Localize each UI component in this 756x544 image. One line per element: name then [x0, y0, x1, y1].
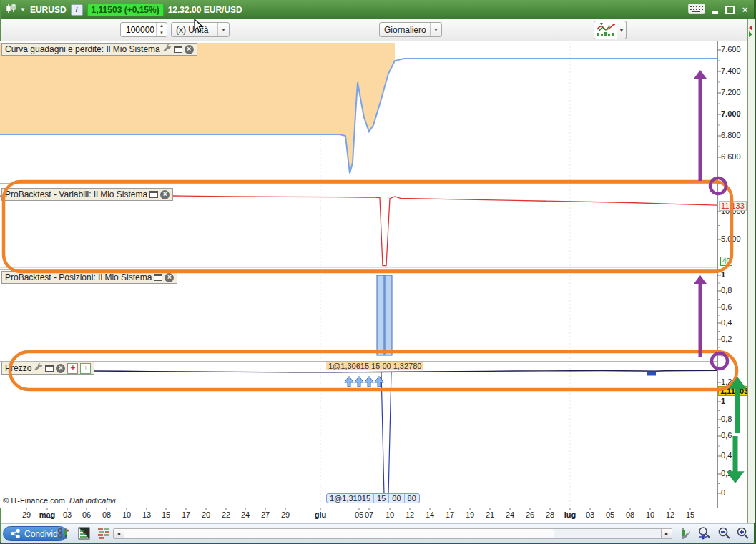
detach-window-icon[interactable] [154, 274, 162, 281]
close-panel-icon[interactable]: × [165, 273, 174, 282]
scroll-right-icon[interactable]: ► [661, 529, 672, 538]
panel-tab-variables: ProBacktest - Variabili: Il Mio Sistema … [1, 188, 173, 201]
copyright-label: © IT-Finance.comDati indicativi [3, 496, 116, 505]
report-icon[interactable] [76, 526, 92, 540]
date-tick-label: 05 [355, 510, 363, 519]
wrench-icon[interactable] [162, 44, 172, 55]
panel-title: ProBacktest - Posizioni: Il Mio Sistema [5, 272, 152, 282]
date-tick-label: lug [564, 510, 576, 519]
trade-order-segment: 15 [373, 494, 388, 503]
date-tick-label: 07 [365, 510, 373, 519]
trade-order-label: 1@1,31015150080 [326, 493, 420, 503]
date-tick-label: 12 [406, 510, 414, 519]
date-tick-label: 08 [626, 510, 634, 519]
date-tick-label: 13 [142, 510, 151, 519]
close-panel-icon[interactable]: × [56, 364, 65, 373]
variables-current-value-badge: 11.133 [719, 201, 747, 211]
date-tick-label: 19 [466, 510, 474, 519]
trade-order-segment: 00 [388, 494, 403, 503]
date-tick-label: 20 [202, 510, 210, 519]
trade-order-segment: 80 [404, 494, 419, 503]
scrollbar-thumb[interactable] [124, 529, 554, 538]
date-tick-label: 03 [63, 510, 72, 519]
panel-title: Prezzo [5, 363, 31, 373]
date-tick-label: giu [315, 510, 327, 519]
date-tick-label: 29 [281, 510, 290, 519]
close-panel-icon[interactable]: × [185, 45, 194, 54]
date-tick-label: 03 [586, 510, 594, 519]
chart-settings-icon[interactable] [677, 526, 693, 540]
date-tick-label: 17 [182, 510, 190, 519]
date-tick-label: 29 [22, 510, 31, 519]
date-tick-label: 27 [261, 510, 270, 519]
zoom-in-icon[interactable] [735, 526, 751, 540]
date-axis: 29mag030608101315172022242729giu05071012… [0, 508, 747, 523]
date-tick-label: 28 [546, 510, 554, 519]
date-tick-label: 10 [386, 510, 394, 519]
date-tick-label: 15 [162, 510, 170, 519]
date-tick-label: 10 [646, 510, 654, 519]
bottom-toolbar: Condividi ◄ ► [1, 523, 754, 543]
scroll-left-icon[interactable]: ◄ [114, 529, 124, 538]
panel-title: Curva guadagni e perdite: Il Mio Sistema [5, 44, 160, 54]
date-tick-label: 24 [506, 510, 514, 519]
date-tick-label: 14 [426, 510, 434, 519]
zoom-out-icon[interactable] [717, 526, 732, 540]
date-tick-label: 17 [446, 510, 454, 519]
date-tick-label: 22 [222, 510, 230, 519]
detach-window-icon[interactable] [149, 191, 158, 198]
share-icon [11, 529, 20, 538]
price-current-value-badge: 1,11503 [718, 386, 750, 396]
date-tick-label: 10 [122, 510, 131, 519]
panel-tab-positions: ProBacktest - Posizioni: Il Mio Sistema … [1, 271, 177, 284]
side-panel-toggle-icon[interactable] [747, 23, 754, 39]
date-tick-label: 26 [526, 510, 534, 519]
buy-order-icon[interactable]: ↑ [80, 363, 91, 374]
variables-green-value-badge: 40 [720, 257, 732, 266]
date-tick-label: 21 [486, 510, 494, 519]
panel-tab-price: Prezzo × + ↑ [1, 362, 94, 375]
compare-instruments-icon[interactable] [56, 526, 72, 540]
detach-window-icon[interactable] [45, 365, 54, 372]
scrollbar-track[interactable] [554, 529, 661, 538]
date-tick-label: 24 [241, 510, 250, 519]
trade-entry-label: 1@1,30615 15 00 1,32780 [326, 362, 423, 370]
collapsed-side-panel[interactable] [747, 19, 755, 523]
date-tick-label: 05 [606, 510, 614, 519]
wrench-icon[interactable] [34, 362, 43, 374]
panel-tab-equity-curve: Curva guadagni e perdite: Il Mio Sistema… [1, 43, 197, 56]
date-tick-label: 12 [666, 510, 674, 519]
sell-order-icon[interactable]: + [67, 363, 78, 374]
date-tick-label: 15 [686, 510, 694, 519]
panel-title: ProBacktest - Variabili: Il Mio Sistema [5, 189, 147, 199]
backtest-results-icon[interactable] [96, 526, 112, 540]
application-window: ▼ EURUSD i 1,11503 (+0,15%) 12.32.00 EUR… [0, 0, 756, 544]
trade-order-segment: 1@1,31015 [327, 494, 373, 503]
date-tick-label: mag [39, 510, 56, 519]
date-tick-label: 08 [102, 510, 111, 519]
horizontal-scrollbar[interactable]: ◄ ► [113, 528, 672, 539]
date-tick-label: 06 [82, 510, 91, 519]
zoom-fit-icon[interactable] [697, 526, 712, 540]
close-panel-icon[interactable]: × [160, 190, 170, 199]
detach-window-icon[interactable] [174, 46, 182, 53]
